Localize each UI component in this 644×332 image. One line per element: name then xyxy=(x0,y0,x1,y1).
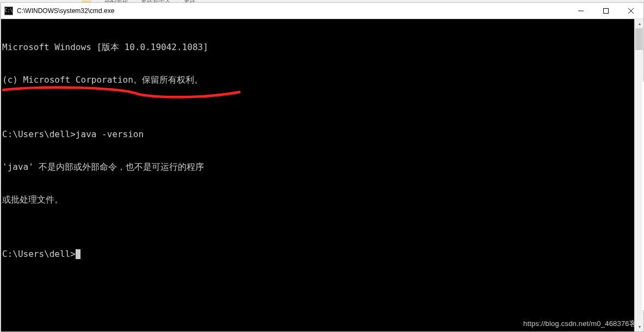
terminal-line: C:\Users\dell>java -version xyxy=(2,129,634,140)
red-underline-annotation xyxy=(2,83,242,100)
close-button[interactable] xyxy=(618,3,643,19)
maximize-button[interactable] xyxy=(593,3,618,19)
svg-rect-1 xyxy=(604,9,609,14)
maximize-icon xyxy=(603,8,609,14)
terminal-output[interactable]: Microsoft Windows [版本 10.0.19042.1083] (… xyxy=(1,19,634,331)
terminal-line: (c) Microsoft Corporation。保留所有权利。 xyxy=(2,75,634,85)
scroll-up-arrow-icon[interactable]: ▴ xyxy=(635,19,644,28)
terminal-prompt: C:\Users\dell> xyxy=(2,249,76,259)
terminal-line: 'java' 不是内部或外部命令，也不是可运行的程序 xyxy=(2,162,634,173)
cmd-icon: C:\ xyxy=(4,7,13,15)
close-icon xyxy=(628,8,634,14)
minimize-icon xyxy=(578,8,584,14)
window-title: C:\WINDOWS\system32\cmd.exe xyxy=(17,7,114,15)
window-controls xyxy=(568,3,643,19)
client-area: Microsoft Windows [版本 10.0.19042.1083] (… xyxy=(1,19,643,331)
cursor xyxy=(76,249,81,259)
titlebar[interactable]: C:\ C:\WINDOWS\system32\cmd.exe xyxy=(1,3,643,19)
scrollbar-thumb[interactable] xyxy=(635,28,643,50)
minimize-button[interactable] xyxy=(568,3,593,19)
terminal-prompt-line: C:\Users\dell> xyxy=(2,249,634,260)
watermark-text: https://blog.csdn.net/m0_468376客 xyxy=(523,319,636,329)
right-edge-strip xyxy=(642,82,644,310)
terminal-line: Microsoft Windows [版本 10.0.19042.1083] xyxy=(2,42,634,53)
terminal-line: 或批处理文件。 xyxy=(2,194,634,205)
cmd-window: C:\ C:\WINDOWS\system32\cmd.exe Microsof… xyxy=(1,2,644,332)
